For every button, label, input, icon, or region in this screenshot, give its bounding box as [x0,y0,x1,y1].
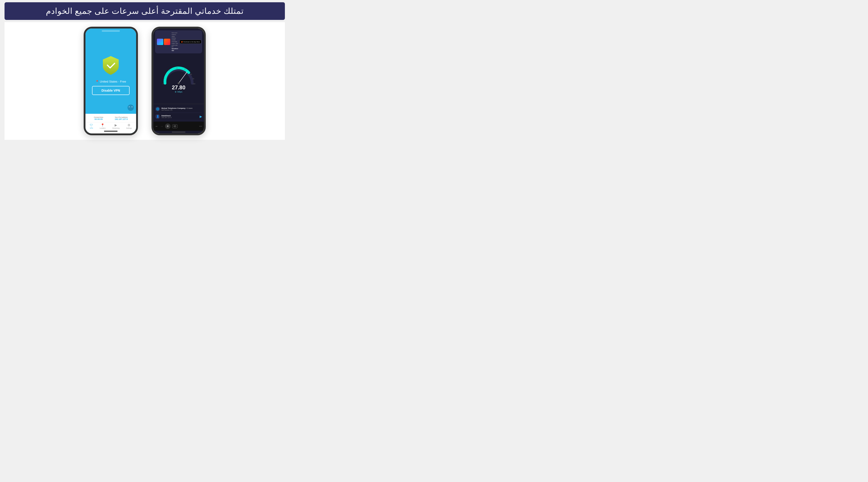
ad-icon: ▶ [200,115,202,118]
tab-count-badge[interactable]: 63 [172,124,178,128]
location-pin-icon: 📍 [95,80,99,83]
apple-icon: 🍎 [181,41,183,42]
vpn-location-value: United States - Free [100,80,126,83]
vpn-tab-location[interactable]: 📍 Location [100,123,105,129]
app-store-badge[interactable]: 🍎 Download on the App Store [180,40,202,44]
isp-globe-icon: 🌐 [155,107,160,112]
connect-time-value: 00:00:05 [94,118,103,120]
vpn-phone: 📍 United States - Free Disable VPN ⌃⌃ Co… [84,27,138,135]
isp-1-text: Mutual Telephone Company + 3 more McPher… [161,107,202,111]
shield-area: 📍 United States - Free Disable VPN [92,32,129,114]
svg-text:0: 0 [163,83,164,85]
ipv4-item: Your IPv4 address 192.187.127.5 [115,117,128,120]
speedometer-gauge: 0 1 5 10 20 30 50 75 100 [160,64,197,87]
header-banner: تمتلك خدماتي المقترحة أعلى سرعات على جمي… [4,2,285,20]
vpn-screen: 📍 United States - Free Disable VPN ⌃⌃ Co… [86,29,136,133]
connect-time-item: Connect time 00:00:05 [94,117,103,120]
speedometer-svg-wrap: 0 1 5 10 20 30 50 75 100 [160,64,197,87]
speed-unit-text: Mbps [177,91,182,93]
speedtest-app-name: Speedtest app [172,48,178,51]
speedtest-banner: Get more metrics, video testing, mobile … [155,30,202,53]
ipv4-value: 192.187.127.5 [115,118,128,120]
location-icon: 📍 [101,123,104,127]
location-tab-label: Location [100,127,105,129]
svg-text:5: 5 [165,73,166,75]
add-tab-button[interactable]: + [165,123,170,129]
banner-img-1 [157,39,163,45]
streaming-tab-label: Streaming [112,127,120,129]
banner-text-area: Get more metrics, video testing, mobile … [172,32,178,52]
app-store-label: Download on the App Store [183,41,200,42]
svg-text:75: 75 [192,78,194,80]
vpn-tab-label: VPN [90,127,93,129]
vpn-home-indicator [104,131,118,132]
svg-text:20: 20 [176,67,178,69]
browser-back-button[interactable]: ← [155,124,158,128]
speedtest-home-indicator [172,132,185,132]
main-content: 📍 United States - Free Disable VPN ⌃⌃ Co… [4,22,285,140]
banner-images [157,39,170,45]
settings-icon: ⚙ [127,123,130,127]
shield-icon [101,55,121,75]
scroll-up-btn[interactable]: ⌃⌃ [127,104,134,111]
speed-unit-display: ⊕ Mbps [175,91,182,93]
speed-unit-icon: ⊕ [175,91,177,93]
connect-time-label: Connect time [94,117,103,118]
speed-bottom-info: 🌐 Mutual Telephone Company + 3 more McPh… [153,104,204,122]
svg-text:30: 30 [184,68,186,70]
settings-tab-label: Settings [126,127,132,129]
more-button[interactable]: ··· [199,124,202,128]
isp-2-name: DataShack [161,115,198,117]
isp-2-text: DataShack 192.187.127.5 [161,115,198,118]
vpn-tabs: 🛡 VPN 📍 Location ▶ Streaming ⚙ [86,122,135,130]
svg-line-9 [179,72,187,83]
vpn-tab-vpn[interactable]: 🛡 VPN [90,123,93,129]
vpn-icon: 🛡 [90,123,93,127]
isp-user-icon: 👤 [155,114,160,119]
browser-forward-button[interactable]: → [160,124,163,128]
streaming-icon: ▶ [115,123,117,127]
vpn-bottom-bar: Connect time 00:00:05 Your IPv4 address … [86,114,136,133]
svg-text:50: 50 [190,73,192,75]
header-text: تمتلك خدماتي المقترحة أعلى سرعات على جمي… [46,6,244,16]
vpn-location-text: 📍 United States - Free [95,80,126,83]
vpn-tab-streaming[interactable]: ▶ Streaming [112,123,120,129]
isp-row-1: 🌐 Mutual Telephone Company + 3 more McPh… [155,106,202,113]
speedometer-area: 0 1 5 10 20 30 50 75 100 [153,53,204,104]
disable-vpn-button[interactable]: Disable VPN [92,86,129,95]
speedtest-phone: Get more metrics, video testing, mobile … [152,27,206,135]
speedtest-screen: Get more metrics, video testing, mobile … [153,29,204,133]
svg-point-10 [178,82,180,84]
isp-row-2: 👤 DataShack 192.187.127.5 ▶ [155,113,202,120]
vpn-phone-container: 📍 United States - Free Disable VPN ⌃⌃ Co… [84,27,138,135]
isp-2-location: 192.187.127.5 [161,117,198,118]
shield-icon-wrap [101,55,121,75]
speed-browser-bar: ← → + 63 ··· [153,122,204,131]
banner-img-2 [164,39,170,45]
speedtest-phone-container: Get more metrics, video testing, mobile … [152,27,206,135]
isp-1-badge: + 3 more [186,108,192,109]
isp-1-location: McPherson, KS [161,109,202,111]
svg-text:10: 10 [168,69,170,71]
vpn-info-row: Connect time 00:00:05 Your IPv4 address … [86,116,135,121]
ipv4-label: Your IPv4 address [115,117,128,118]
svg-text:1: 1 [164,77,164,79]
banner-promo-text: Get more metrics, video testing, mobile … [172,32,178,52]
vpn-tab-settings[interactable]: ⚙ Settings [126,123,132,129]
isp-1-name: Mutual Telephone Company + 3 more [161,107,202,109]
svg-text:100: 100 [193,83,195,85]
